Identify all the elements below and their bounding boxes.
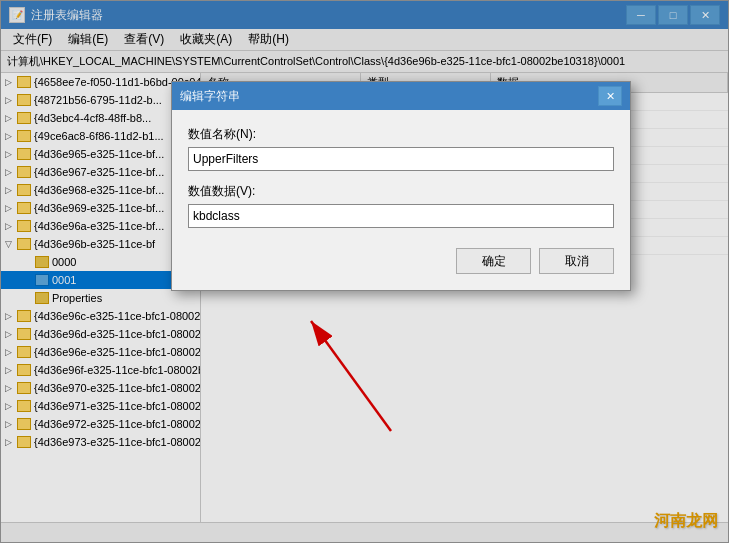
dialog-title-bar: 编辑字符串 ✕: [172, 82, 630, 110]
dialog-name-label: 数值名称(N):: [188, 126, 614, 143]
edit-string-dialog: 编辑字符串 ✕ 数值名称(N): 数值数据(V): 确定 取消: [171, 81, 631, 291]
dialog-data-input[interactable]: [188, 204, 614, 228]
dialog-overlay: 编辑字符串 ✕ 数值名称(N): 数值数据(V): 确定 取消: [1, 1, 728, 542]
dialog-title-text: 编辑字符串: [180, 88, 598, 105]
dialog-name-input[interactable]: [188, 147, 614, 171]
dialog-buttons: 确定 取消: [188, 248, 614, 274]
dialog-cancel-button[interactable]: 取消: [539, 248, 614, 274]
dialog-data-label: 数值数据(V):: [188, 183, 614, 200]
dialog-body: 数值名称(N): 数值数据(V): 确定 取消: [172, 110, 630, 290]
dialog-close-button[interactable]: ✕: [598, 86, 622, 106]
dialog-confirm-button[interactable]: 确定: [456, 248, 531, 274]
main-window: 📝 注册表编辑器 ─ □ ✕ 文件(F) 编辑(E) 查看(V) 收藏夹(A) …: [0, 0, 729, 543]
